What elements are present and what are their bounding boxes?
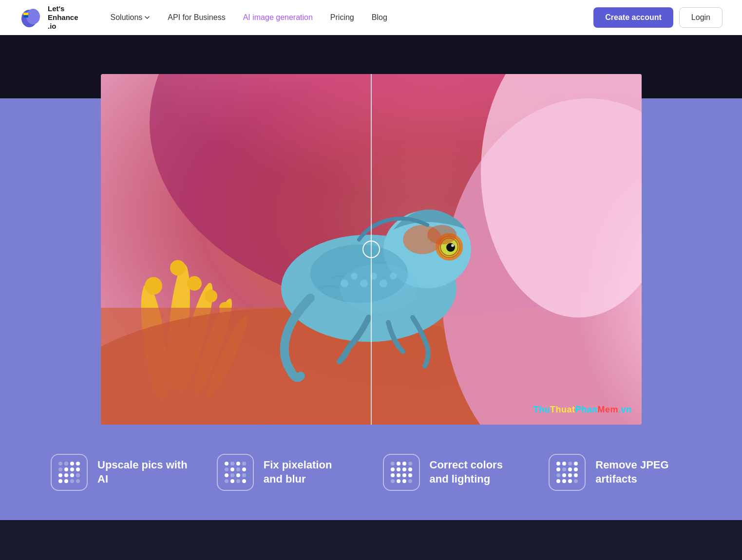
svg-point-29 xyxy=(446,243,455,252)
features-bar: Upscale pics with AI Fix pixelation and … xyxy=(0,425,742,520)
nav-blog[interactable]: Blog xyxy=(365,9,394,26)
svg-point-13 xyxy=(145,277,162,295)
nav-ai-image[interactable]: AI image generation xyxy=(236,9,320,26)
jpeg-icon-box xyxy=(549,454,586,491)
main-content: ThuThuatPhanMem.vn Upscale pics with AI xyxy=(0,98,742,520)
nav-links: Solutions API for Business AI image gene… xyxy=(104,9,578,26)
svg-point-30 xyxy=(451,244,454,247)
svg-rect-3 xyxy=(23,15,28,18)
feature-jpeg[interactable]: Remove JPEG artifacts xyxy=(537,444,703,501)
navbar: Let's Enhance .io Solutions API for Busi… xyxy=(0,0,742,35)
nav-pricing[interactable]: Pricing xyxy=(323,9,361,26)
logo-text: Let's Enhance .io xyxy=(48,4,78,31)
nav-solutions[interactable]: Solutions xyxy=(104,9,157,26)
nav-actions: Create account Login xyxy=(593,7,723,28)
svg-point-38 xyxy=(390,273,397,280)
svg-point-40 xyxy=(427,225,457,244)
pixelation-icon xyxy=(225,462,246,483)
feature-colors[interactable]: Correct colors and lighting xyxy=(371,444,537,501)
svg-point-15 xyxy=(187,276,202,291)
svg-point-35 xyxy=(360,280,368,287)
image-comparison[interactable]: ThuThuatPhanMem.vn xyxy=(101,74,642,425)
colors-icon xyxy=(391,462,412,483)
svg-rect-2 xyxy=(23,13,28,15)
upscale-label: Upscale pics with AI xyxy=(97,458,193,486)
svg-point-16 xyxy=(205,290,217,302)
colors-label: Correct colors and lighting xyxy=(430,458,503,486)
colors-icon-box xyxy=(383,454,420,491)
svg-point-33 xyxy=(341,280,348,287)
pixelation-label: Fix pixelation and blur xyxy=(264,458,332,486)
upscale-icon-box xyxy=(51,454,88,491)
logo-icon xyxy=(19,6,43,29)
svg-point-34 xyxy=(351,273,358,280)
upscale-icon xyxy=(58,462,80,483)
svg-point-32 xyxy=(340,264,418,313)
feature-pixelation[interactable]: Fix pixelation and blur xyxy=(205,444,371,501)
feature-upscale[interactable]: Upscale pics with AI xyxy=(39,444,205,501)
svg-point-1 xyxy=(26,9,40,24)
create-account-button[interactable]: Create account xyxy=(593,7,673,28)
svg-point-14 xyxy=(170,260,186,276)
jpeg-label: Remove JPEG artifacts xyxy=(595,458,668,486)
chevron-down-icon xyxy=(144,15,150,20)
pixelation-icon-box xyxy=(217,454,254,491)
login-button[interactable]: Login xyxy=(679,7,723,28)
svg-point-37 xyxy=(380,280,387,287)
logo[interactable]: Let's Enhance .io xyxy=(19,4,78,31)
nav-api[interactable]: API for Business xyxy=(161,9,232,26)
jpeg-icon xyxy=(556,462,578,483)
watermark: ThuThuatPhanMem.vn xyxy=(533,405,631,415)
comparison-handle[interactable] xyxy=(362,241,380,258)
